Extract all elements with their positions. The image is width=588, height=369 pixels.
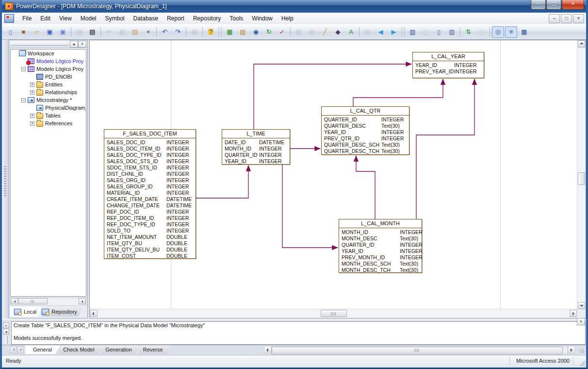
resize-grip-icon[interactable] [579,349,584,353]
menu-edit[interactable]: Edit [36,14,55,23]
font-button[interactable]: A [345,26,357,38]
cut-button[interactable]: ✂ [103,26,115,38]
mdi-restore-button[interactable]: □ [561,14,572,23]
show-notes-button[interactable]: ≡ [505,26,517,38]
tab-local[interactable]: Local [10,306,42,317]
plus-expander-icon[interactable]: + [30,90,34,95]
menu-file[interactable]: File [18,14,36,23]
page-view-button[interactable]: ▯ [433,26,445,38]
tree-item-workspace[interactable]: Workspace [11,50,86,57]
back-button[interactable]: ◀ [375,26,387,38]
scrollbar-thumb[interactable] [578,172,585,185]
table-l-cal-year[interactable]: L_CAL_YEARYEAR_IDINTEGERPREV_YEAR_IDINTE… [412,52,484,78]
minus-expander-icon[interactable]: − [21,67,26,71]
tab-repository[interactable]: Repository [38,306,83,317]
paste-shortcut-button[interactable]: ▧ [237,26,249,38]
find-button[interactable]: ◉ [250,26,262,38]
tab-reverse[interactable]: Reverse [135,345,171,354]
save-all-button[interactable]: ▣ [57,26,69,38]
scrollbar-thumb[interactable] [18,298,48,304]
browser-header[interactable]: ▴× [9,40,87,48]
dock-handle[interactable] [2,40,9,319]
menu-view[interactable]: View [55,14,76,23]
scroll-up-icon[interactable] [578,40,585,48]
redo-button[interactable]: ↷ [172,26,184,38]
menu-window[interactable]: Window [247,14,277,23]
tab-general[interactable]: General [25,345,60,354]
undo-button[interactable]: ↶ [159,26,171,38]
check-model-button[interactable]: ✓ [276,26,288,38]
ref-ltime-lcalmonth[interactable] [282,165,338,248]
tree-item-microstrategy[interactable]: −Microstrategy * [11,96,86,104]
forward-button[interactable]: ▶ [388,26,400,38]
table-f-sales-doc-item[interactable]: F_SALES_DOC_ITEMSALES_DOC_IDINTEGERSALES… [104,129,196,259]
tree-item-references[interactable]: +References [11,119,86,127]
diagram-document-icon[interactable] [4,14,14,23]
maximize-button[interactable]: □ [546,0,561,10]
symbol-table-button[interactable]: ▥ [407,26,419,38]
paste-button[interactable]: ▤ [129,26,141,38]
scroll-down-icon[interactable] [578,302,585,309]
menu-tools[interactable]: Tools [225,14,247,23]
tree-item-physicaldiagram-1[interactable]: PhysicalDiagram_1 [11,104,86,112]
generate-button[interactable]: ⇅ [462,26,474,38]
tree-item-entities[interactable]: +Entities [11,81,86,88]
diagram-canvas[interactable]: F_SALES_DOC_ITEMSALES_DOC_IDINTEGERSALES… [89,40,586,319]
symbol-view-button[interactable]: ▢ [420,26,432,38]
scroll-left-icon[interactable] [264,347,272,353]
ref-lcalmonth-lcalqtr[interactable] [356,156,375,219]
help-button[interactable]: ? [205,26,217,38]
scroll-right-icon[interactable] [79,298,86,304]
tree-item-relationships[interactable]: +Relationships [11,88,86,96]
zoom-page-button[interactable]: ◎ [492,26,504,38]
mdi-minimize-button[interactable]: – [549,14,560,23]
plus-expander-icon[interactable]: + [30,83,34,87]
browser-close-button[interactable]: × [78,41,86,48]
pencil-button[interactable]: ╱ [319,26,331,38]
table-l-cal-qtr[interactable]: L_CAL_QTRQUARTER_IDINTEGERQUARTER_DESCTe… [321,106,409,155]
dock-collapse-button[interactable]: ▴ [70,41,78,48]
scroll-right-icon[interactable] [570,310,577,317]
ref-lcalmonth-lcalyear[interactable] [416,79,474,219]
open-workspace-button[interactable]: ■ [17,26,30,38]
grid-view-button[interactable]: ▦ [518,26,530,38]
scroll-right-icon[interactable] [568,347,575,353]
scroll-left-icon[interactable] [11,298,18,304]
tree-item-modelo-l-gico-proy[interactable]: −Modelo Lógico Proy [11,65,86,73]
minimize-button[interactable]: – [531,0,546,10]
mdi-close-button[interactable]: × [573,14,584,23]
save-button[interactable]: ▣ [44,26,56,38]
menu-help[interactable]: Help [277,14,298,23]
output-previous-button[interactable]: ◂ [3,329,9,335]
scroll-left-icon[interactable] [90,310,98,317]
open-folder-button[interactable]: ▱ [31,26,43,38]
close-icon[interactable]: × [577,318,585,325]
ref-fsales-ltime[interactable] [196,166,248,198]
minus-expander-icon[interactable]: − [21,98,26,102]
menu-report[interactable]: Report [163,14,189,23]
tree-item-pd-enobi[interactable]: PD_ENOBI [11,73,86,81]
tab-generation[interactable]: Generation [98,345,139,354]
scrollbar-thumb[interactable] [321,310,347,317]
plus-expander-icon[interactable]: + [30,114,34,118]
table-l-time[interactable]: L_TIMEDATE_IDDATETIMEMONTH_IDINTEGERQUAR… [222,129,290,165]
tree-item-tables[interactable]: +Tables [11,112,86,119]
align-tools-button[interactable]: ▨ [293,26,305,38]
ref-lcalqtr-lcalyear[interactable] [353,79,443,106]
fill-ink-button[interactable]: ◆ [332,26,344,38]
output-log[interactable]: Create Table "F_SALES_DOC_ITEM" in the P… [11,321,586,345]
pages-view-button[interactable]: ▥ [446,26,458,38]
mapping-editor-button[interactable]: ▢ [475,26,488,38]
tree-item-modelo-l-gico-proy[interactable]: Modelo Lógico Proy [11,57,86,65]
menu-repository[interactable]: Repository [189,14,225,23]
new-diagram-button[interactable]: ▦ [224,26,236,38]
plus-expander-icon[interactable]: + [30,121,34,126]
menu-symbol[interactable]: Symbol [101,14,129,23]
table-l-cal-month[interactable]: L_CAL_MONTHMONTH_IDINTEGERMONTH_DESCText… [339,219,422,273]
tab-scroll-left-icon[interactable] [10,346,16,353]
menu-model[interactable]: Model [76,14,101,23]
group-tools-button[interactable]: ▧ [306,26,318,38]
delete-button[interactable]: × [142,26,154,38]
close-button[interactable]: × [562,0,584,10]
new-document-button[interactable]: ▯ [4,26,16,38]
